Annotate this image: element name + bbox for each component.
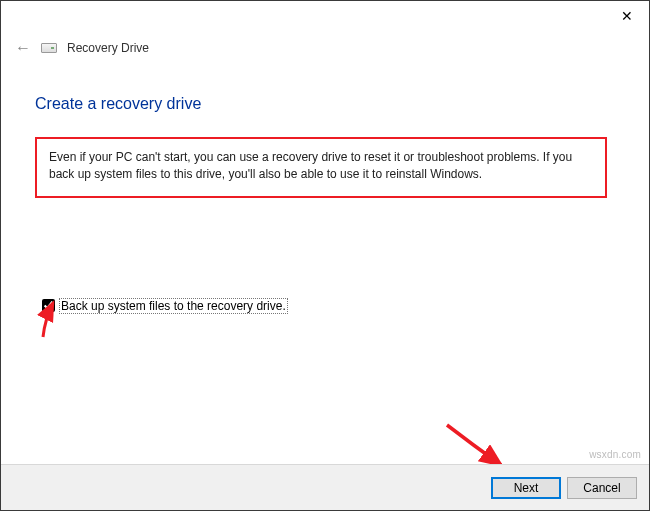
drive-icon: [41, 43, 57, 53]
page-title: Create a recovery drive: [35, 95, 615, 113]
backup-checkbox-row[interactable]: Back up system files to the recovery dri…: [42, 298, 615, 314]
button-bar: Next Cancel: [1, 464, 649, 510]
window-title: Recovery Drive: [67, 41, 149, 55]
wizard-header: ← Recovery Drive: [1, 31, 649, 65]
content-area: Create a recovery drive Even if your PC …: [1, 65, 649, 314]
close-button[interactable]: ✕: [604, 1, 649, 31]
cancel-button[interactable]: Cancel: [567, 477, 637, 499]
description-text: Even if your PC can't start, you can use…: [35, 137, 607, 198]
backup-checkbox[interactable]: [42, 299, 55, 312]
close-icon: ✕: [621, 8, 633, 24]
backup-checkbox-label[interactable]: Back up system files to the recovery dri…: [59, 298, 288, 314]
titlebar: ✕: [1, 1, 649, 31]
back-arrow-icon[interactable]: ←: [15, 39, 31, 57]
watermark: wsxdn.com: [589, 449, 641, 460]
next-button[interactable]: Next: [491, 477, 561, 499]
